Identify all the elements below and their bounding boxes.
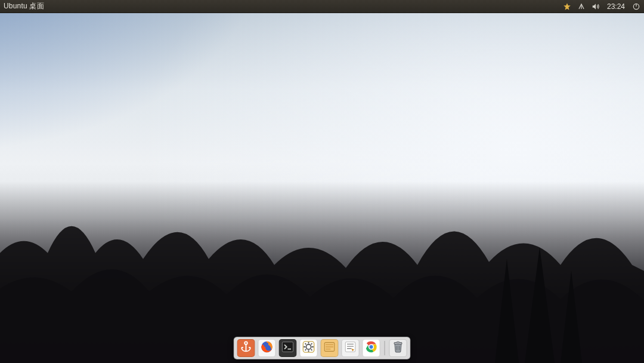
- volume-icon[interactable]: [592, 2, 600, 11]
- svg-rect-8: [326, 346, 333, 347]
- firefox-icon: [261, 340, 274, 356]
- svg-rect-7: [326, 344, 333, 345]
- svg-rect-3: [282, 342, 293, 352]
- firefox-app[interactable]: [258, 339, 276, 357]
- power-icon[interactable]: [632, 2, 640, 11]
- top-panel: Ubuntu 桌面 23:24: [0, 0, 644, 13]
- gear-icon: [302, 340, 315, 356]
- notebook-icon: [344, 340, 357, 356]
- trash[interactable]: [389, 339, 407, 357]
- anchor-icon: [240, 340, 253, 356]
- chrome-icon: [365, 340, 378, 356]
- settings-app[interactable]: [300, 339, 318, 357]
- trash-icon: [392, 340, 405, 356]
- dock: [234, 337, 411, 359]
- editor-app[interactable]: [342, 339, 360, 357]
- svg-point-1: [244, 342, 247, 344]
- folder-icon: [323, 340, 336, 356]
- svg-rect-10: [345, 342, 355, 352]
- network-icon[interactable]: [577, 2, 586, 11]
- svg-rect-15: [397, 342, 400, 343]
- dock-separator: [385, 341, 385, 355]
- panel-title[interactable]: Ubuntu 桌面: [4, 1, 44, 11]
- svg-rect-9: [326, 349, 330, 350]
- system-tray: 23:24: [563, 2, 640, 11]
- svg-point-13: [369, 345, 373, 349]
- files-app[interactable]: [321, 339, 339, 357]
- desktop-wallpaper: [0, 0, 644, 363]
- anchor-app[interactable]: [237, 339, 255, 357]
- terminal-app[interactable]: [279, 339, 297, 357]
- clock[interactable]: 23:24: [607, 2, 625, 11]
- notification-icon[interactable]: [563, 2, 571, 11]
- terminal-icon: [281, 340, 295, 356]
- chrome-app[interactable]: [363, 339, 380, 357]
